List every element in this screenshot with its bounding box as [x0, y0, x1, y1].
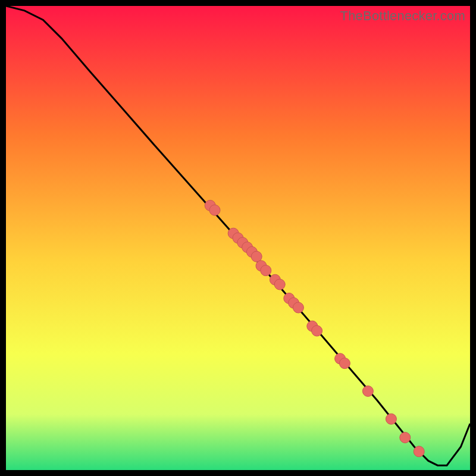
- chart-frame: TheBottlenecker.com: [6, 6, 470, 470]
- data-point: [261, 265, 271, 276]
- data-point: [274, 279, 285, 290]
- data-point: [400, 432, 411, 443]
- data-point: [312, 325, 322, 336]
- data-point: [209, 205, 220, 215]
- data-point: [293, 302, 303, 313]
- data-point: [386, 414, 396, 424]
- data-point: [414, 446, 424, 457]
- bottleneck-chart: [6, 6, 470, 470]
- data-point: [362, 386, 373, 396]
- data-point: [339, 358, 350, 369]
